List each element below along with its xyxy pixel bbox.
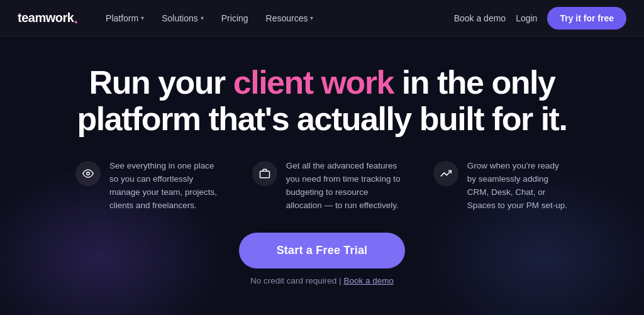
feature-1-text: See everything in one place so you can e… (109, 160, 222, 213)
book-demo-link[interactable]: Book a demo (454, 13, 506, 23)
nav-links: Platform ▾ Solutions ▾ Pricing Resources… (98, 8, 454, 28)
book-demo-link-cta[interactable]: Book a demo (343, 276, 394, 285)
feature-1: See everything in one place so you can e… (75, 160, 222, 213)
nav-platform[interactable]: Platform ▾ (98, 8, 152, 28)
chevron-down-icon: ▾ (201, 14, 204, 21)
features-row: See everything in one place so you can e… (63, 160, 581, 213)
headline-part1: Run your (89, 64, 233, 101)
cta-sub-text: No credit card required | Book a demo (250, 276, 394, 285)
feature-3-text: Grow when you're ready by seamlessly add… (467, 160, 569, 213)
logo-dot: . (74, 11, 78, 26)
headline-highlight: client work (233, 64, 394, 101)
feature-2: Get all the advanced features you need f… (252, 160, 403, 213)
logo[interactable]: teamwork. (18, 11, 78, 26)
cta-section: Start a Free Trial No credit card requir… (50, 233, 594, 285)
nav-resources[interactable]: Resources ▾ (258, 8, 321, 28)
logo-text: teamwork (18, 11, 74, 25)
eye-icon (75, 161, 101, 186)
nav-solutions[interactable]: Solutions ▾ (154, 8, 211, 28)
nav-right: Book a demo Login Try it for free (454, 7, 626, 30)
briefcase-icon (252, 161, 277, 186)
chevron-down-icon: ▾ (310, 14, 313, 21)
trending-up-icon (433, 161, 458, 186)
feature-2-text: Get all the advanced features you need f… (286, 160, 403, 213)
start-free-trial-button[interactable]: Start a Free Trial (239, 233, 406, 268)
chevron-down-icon: ▾ (141, 14, 144, 21)
login-link[interactable]: Login (516, 13, 537, 23)
svg-point-0 (87, 172, 90, 175)
hero-section: Run your client work in the only platfor… (0, 36, 644, 285)
try-free-button[interactable]: Try it for free (547, 7, 626, 30)
feature-3: Grow when you're ready by seamlessly add… (433, 160, 569, 213)
navbar: teamwork. Platform ▾ Solutions ▾ Pricing… (0, 0, 644, 36)
hero-headline: Run your client work in the only platfor… (50, 64, 594, 137)
nav-pricing[interactable]: Pricing (214, 8, 256, 28)
svg-rect-1 (260, 172, 269, 179)
